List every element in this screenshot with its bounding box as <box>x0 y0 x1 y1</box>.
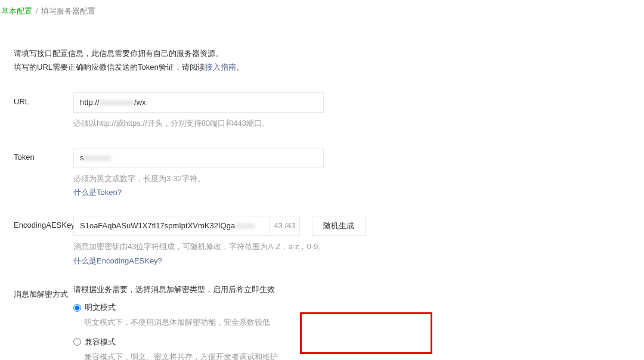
hint-url: 必须以http://或https://开头，分别支持80端口和443端口。 <box>73 117 644 130</box>
url-input[interactable]: http://xxxxxxxxx/wx <box>73 92 324 113</box>
radio-plaintext[interactable]: 明文模式 <box>73 302 644 313</box>
access-guide-link[interactable]: 接入指南 <box>205 63 236 72</box>
breadcrumb-current: 填写服务器配置 <box>41 7 95 15</box>
url-suffix: /wx <box>134 98 146 107</box>
radio-compat[interactable]: 兼容模式 <box>73 337 644 347</box>
radio-plaintext-desc: 明文模式下，不使用消息体加解密功能，安全系数较低 <box>84 316 644 328</box>
aeskey-value: S1oaFAqbASuW1X7tl17spmIptXVmK32IQga <box>80 221 235 230</box>
row-aeskey: EncodingAESKey S1oaFAqbASuW1X7tl17spmIpt… <box>0 216 644 266</box>
breadcrumb-root[interactable]: 基本配置 <box>1 7 32 15</box>
intro-line1: 请填写接口配置信息，此信息需要你拥有自己的服务器资源。 <box>14 46 644 60</box>
token-help-link[interactable]: 什么是Token? <box>73 187 122 198</box>
intro-line2-prefix: 填写的URL需要正确响应微信发送的Token验证，请阅读 <box>14 63 205 72</box>
content: 请填写接口配置信息，此信息需要你拥有自己的服务器资源。 填写的URL需要正确响应… <box>0 23 644 360</box>
radio-plaintext-input[interactable] <box>73 304 81 312</box>
breadcrumb-sep: / <box>36 7 38 15</box>
aeskey-blur: xxxxx <box>235 221 255 230</box>
intro-line2-suffix: 。 <box>236 63 244 72</box>
label-url: URL <box>14 92 73 106</box>
label-aeskey: EncodingAESKey <box>14 216 73 229</box>
aeskey-input[interactable]: S1oaFAqbASuW1X7tl17spmIptXVmK32IQgaxxxxx <box>73 216 270 236</box>
intro-text: 请填写接口配置信息，此信息需要你拥有自己的服务器资源。 填写的URL需要正确响应… <box>0 46 644 92</box>
token-input[interactable]: sxxxxxxx <box>73 148 324 168</box>
url-prefix: http:// <box>80 98 100 107</box>
row-token: Token sxxxxxxx 必须为英文或数字，长度为3-32字符。 什么是To… <box>0 148 644 198</box>
radio-compat-label: 兼容模式 <box>85 337 116 347</box>
row-url: URL http://xxxxxxxxx/wx 必须以http://或https… <box>0 92 644 130</box>
radio-plaintext-label: 明文模式 <box>85 302 116 313</box>
label-token: Token <box>14 148 73 162</box>
radio-compat-input[interactable] <box>73 338 81 346</box>
token-mid: xxxxxxx <box>84 153 112 162</box>
hint-token: 必须为英文或数字，长度为3-32字符。 <box>73 173 644 185</box>
hint-aeskey: 消息加密密钥由43位字符组成，可随机修改，字符范围为A-Z，a-z，0-9。 <box>73 241 644 253</box>
aeskey-count: 43 /43 <box>270 216 300 236</box>
row-encrypt: 消息加解密方式 请根据业务需要，选择消息加解密类型，启用后将立即生效 明文模式 … <box>0 284 644 360</box>
radio-compat-desc: 兼容模式下，明文、密文将共存，方便开发者调试和维护 <box>84 351 644 360</box>
intro-line2: 填写的URL需要正确响应微信发送的Token验证，请阅读接入指南。 <box>14 60 644 74</box>
encrypt-intro: 请根据业务需要，选择消息加解密类型，启用后将立即生效 <box>73 284 644 295</box>
random-generate-button[interactable]: 随机生成 <box>312 216 366 236</box>
url-mid: xxxxxxxxx <box>100 98 135 107</box>
breadcrumb: 基本配置 / 填写服务器配置 <box>0 0 644 23</box>
aeskey-help-link[interactable]: 什么是EncodingAESKey? <box>73 256 162 266</box>
token-prefix: s <box>80 153 84 162</box>
label-encrypt: 消息加解密方式 <box>14 284 73 300</box>
